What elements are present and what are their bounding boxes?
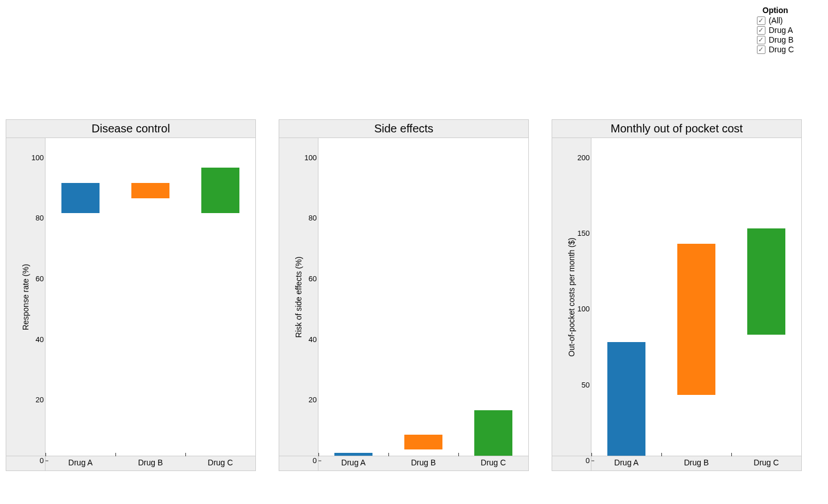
checkbox-icon[interactable] — [757, 16, 765, 25]
plot-region — [591, 138, 802, 456]
legend-label: Drug B — [769, 35, 794, 44]
plot-area: Response rate (%)020406080100 — [6, 138, 256, 456]
charts-row: Disease controlResponse rate (%)02040608… — [6, 119, 822, 471]
plot-region — [45, 138, 256, 456]
y-tick: 100 — [577, 305, 590, 313]
y-tick: 50 — [582, 380, 590, 389]
bar-drug-b — [404, 435, 443, 450]
y-tick: 100 — [304, 153, 317, 161]
legend-label: Drug A — [769, 26, 793, 35]
y-tick: 60 — [36, 274, 44, 283]
y-axis: Response rate (%)020406080100 — [6, 138, 45, 456]
x-tick: Drug B — [388, 456, 458, 470]
x-categories: Drug ADrug BDrug C — [318, 456, 529, 471]
y-tick: 150 — [577, 229, 590, 238]
plot-region — [318, 138, 529, 456]
x-categories: Drug ADrug BDrug C — [591, 456, 802, 471]
y-tick: 20 — [36, 395, 44, 404]
y-tick: 0 — [586, 456, 590, 465]
checkbox-icon[interactable] — [757, 45, 765, 54]
y-tick: 60 — [309, 274, 317, 283]
chart-panel: Disease controlResponse rate (%)02040608… — [6, 119, 256, 471]
bar-drug-c — [747, 228, 786, 335]
y-axis-label: Risk of side effects (%) — [294, 256, 303, 338]
x-tick: Drug C — [185, 456, 255, 470]
x-tick: Drug A — [591, 456, 661, 470]
checkbox-icon[interactable] — [757, 26, 765, 35]
y-tick: 40 — [36, 335, 44, 343]
chart-title: Monthly out of pocket cost — [552, 119, 802, 138]
chart-panel: Monthly out of pocket costOut-of-pocket … — [552, 119, 802, 471]
legend-panel: Option (All) Drug A Drug B Drug C — [757, 6, 794, 55]
y-axis: Out-of-pocket costs per month ($)0501001… — [552, 138, 591, 456]
y-tick: 20 — [309, 395, 317, 404]
x-tick: Drug A — [318, 456, 388, 470]
bar-drug-a — [61, 183, 100, 213]
y-tick: 0 — [313, 456, 317, 465]
x-tick: Drug A — [45, 456, 115, 470]
x-categories: Drug ADrug BDrug C — [45, 456, 256, 471]
x-tick: Drug B — [661, 456, 731, 470]
bar-drug-c — [201, 168, 240, 213]
bar-drug-b — [677, 244, 716, 395]
y-tick: 100 — [31, 153, 44, 161]
checkbox-icon[interactable] — [757, 36, 765, 44]
y-axis: Risk of side effects (%)020406080100 — [279, 138, 318, 456]
legend-label: (All) — [769, 16, 783, 25]
y-tick: 80 — [36, 214, 44, 222]
legend-item-all[interactable]: (All) — [757, 16, 794, 25]
chart-title: Disease control — [6, 119, 256, 138]
legend-item-drug-c[interactable]: Drug C — [757, 45, 794, 54]
y-tick: 0 — [40, 456, 44, 465]
bar-drug-b — [131, 183, 170, 198]
legend-item-drug-a[interactable]: Drug A — [757, 26, 794, 35]
legend-title: Option — [757, 6, 794, 15]
y-tick: 40 — [309, 335, 317, 343]
x-tick: Drug C — [458, 456, 528, 470]
y-axis-label: Out-of-pocket costs per month ($) — [567, 238, 576, 356]
y-axis-label: Response rate (%) — [21, 264, 30, 330]
chart-title: Side effects — [279, 119, 529, 138]
plot-area: Out-of-pocket costs per month ($)0501001… — [552, 138, 802, 456]
y-tick: 200 — [577, 153, 590, 161]
x-tick: Drug B — [115, 456, 185, 470]
plot-area: Risk of side effects (%)020406080100 — [279, 138, 529, 456]
legend-item-drug-b[interactable]: Drug B — [757, 35, 794, 44]
x-tick: Drug C — [731, 456, 801, 470]
chart-panel: Side effectsRisk of side effects (%)0204… — [279, 119, 529, 471]
y-tick: 80 — [309, 214, 317, 222]
bar-drug-a — [334, 453, 373, 456]
bar-drug-c — [474, 410, 513, 456]
legend-label: Drug C — [769, 45, 794, 54]
bar-drug-a — [607, 342, 646, 456]
